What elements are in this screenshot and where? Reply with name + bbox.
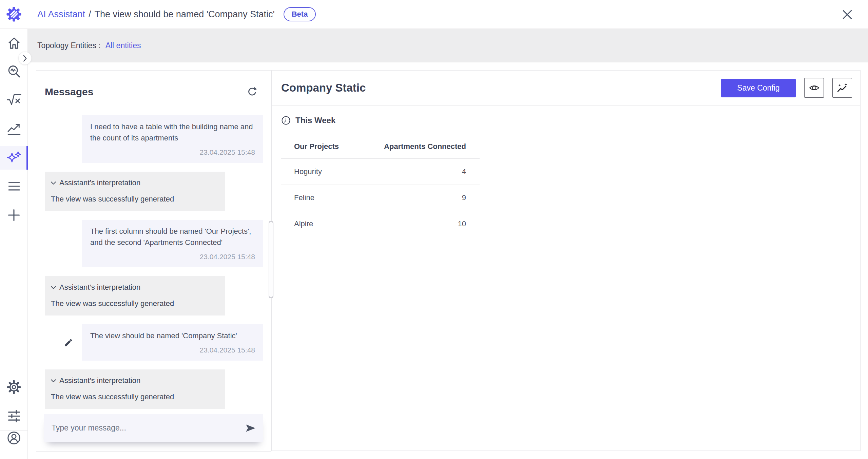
topology-bar: Topology Entities : All entities [28,29,868,62]
plus-icon [7,208,21,222]
view-title: Company Static [281,81,366,94]
search-metrics-icon [7,65,21,79]
project-name-cell: Feline [281,185,356,211]
ai-assistant-app: AI Assistant / The view should be named … [0,0,868,459]
preview-button[interactable] [804,78,824,98]
messages-panel-header: Messages [36,71,271,113]
apartments-count-cell: 4 [356,159,480,185]
clock-icon [281,116,291,125]
app-logo-icon [6,6,22,22]
sidebar-item-formulas[interactable] [0,90,28,109]
breadcrumb-separator: / [89,9,91,20]
ai-sparkles-icon [6,151,22,165]
topology-all-entities-link[interactable]: All entities [105,41,141,50]
table-row[interactable]: Feline 9 [281,185,480,211]
message-timestamp: 23.04.2025 15:48 [90,251,255,262]
message-timestamp: 23.04.2025 15:48 [90,344,255,356]
view-actions: Save Config [721,78,852,98]
sidebar-expand-button[interactable] [18,52,32,65]
chat-history: I need to have a table with the building… [36,113,271,413]
eye-icon [809,83,820,92]
user-message: The view should be named 'Company Static… [82,324,263,361]
table-row[interactable]: Alpire 10 [281,211,480,237]
apartments-count-cell: 9 [356,185,480,211]
apartments-count-cell: 10 [356,211,480,237]
time-section-label: This Week [281,116,860,125]
send-message-button[interactable] [238,414,263,442]
column-header-apartments: Apartments Connected [356,142,480,159]
sidebar-item-add[interactable] [0,206,28,225]
gear-icon [7,380,21,394]
user-message-text: The view should be named 'Company Static… [90,330,255,341]
assistant-interpretation-title: Assistant’s interpretation [59,376,140,385]
message-timestamp: 23.04.2025 15:48 [90,147,255,158]
projects-table: Our Projects Apartments Connected Hoguri… [281,142,480,237]
refresh-icon [247,87,257,97]
sidebar [0,29,28,459]
breadcrumb-current-title: The view should be named 'Company Static… [95,9,275,20]
menu-icon [7,180,21,192]
trend-chart-icon [7,122,21,136]
assistant-interpretation-body: The view was successfully generated [51,393,218,401]
message-input-container [44,414,263,442]
column-header-projects: Our Projects [281,142,356,159]
message-input[interactable] [44,423,238,433]
chevron-down-icon [51,286,56,289]
sqrt-formula-icon [6,93,22,107]
sidebar-item-preferences[interactable] [0,406,28,425]
sidebar-item-menu[interactable] [0,177,28,196]
topology-label: Topology Entities : [37,41,101,50]
view-panel: Company Static Save Config [271,70,861,451]
chat-scrollbar[interactable] [269,221,273,298]
sidebar-item-user[interactable] [0,428,28,447]
messages-panel: Messages I need to have a table with the… [36,70,271,452]
save-config-button[interactable]: Save Config [721,79,796,97]
assistant-interpretation: Assistant’s interpretation The view was … [45,276,225,315]
breadcrumb-ai-assistant-link[interactable]: AI Assistant [37,9,85,20]
generated-view-button[interactable] [832,78,852,98]
user-message-row: The view should be named 'Company Static… [45,324,263,361]
close-button[interactable] [842,9,853,20]
user-message: The first column should be named 'Our Pr… [82,220,263,267]
sidebar-item-ai-assistant[interactable] [0,148,28,167]
table-row[interactable]: Hogurity 4 [281,159,480,185]
assistant-interpretation-toggle[interactable]: Assistant’s interpretation [51,283,218,292]
user-icon [7,431,21,445]
refresh-messages-button[interactable] [247,87,257,97]
edit-message-button[interactable] [64,338,73,347]
chevron-down-icon [51,181,56,185]
metrics-sparkle-icon [837,83,848,93]
sidebar-item-metric-search[interactable] [0,62,28,81]
sidebar-item-home[interactable] [0,34,28,53]
messages-title: Messages [45,86,93,98]
sidebar-item-settings[interactable] [0,378,28,397]
breadcrumb: AI Assistant / The view should be named … [37,7,316,21]
top-header: AI Assistant / The view should be named … [0,0,868,29]
assistant-interpretation: Assistant’s interpretation The view was … [45,172,225,211]
assistant-interpretation-title: Assistant’s interpretation [59,283,140,292]
assistant-interpretation-toggle[interactable]: Assistant’s interpretation [51,376,218,385]
project-name-cell: Hogurity [281,159,356,185]
user-message-text: The first column should be named 'Our Pr… [90,226,255,248]
app-logo[interactable] [0,6,28,22]
sidebar-item-trends[interactable] [0,119,28,138]
assistant-interpretation-body: The view was successfully generated [51,299,218,308]
assistant-interpretation: Assistant’s interpretation The view was … [45,369,225,409]
home-icon [7,36,21,50]
send-icon [245,424,256,433]
user-message: I need to have a table with the building… [82,115,263,163]
user-message-text: I need to have a table with the building… [90,121,255,144]
chevron-right-expander-icon [23,55,27,62]
view-panel-body: This Week Our Projects Apartments Connec… [272,106,860,237]
close-icon [843,10,852,19]
assistant-interpretation-title: Assistant’s interpretation [59,178,140,187]
time-section-text: This Week [295,116,335,125]
chevron-down-icon [51,379,56,383]
beta-badge: Beta [284,7,316,21]
sliders-icon [7,409,21,423]
assistant-interpretation-body: The view was successfully generated [51,195,218,204]
pencil-icon [64,338,73,347]
table-header-row: Our Projects Apartments Connected [281,142,480,159]
project-name-cell: Alpire [281,211,356,237]
assistant-interpretation-toggle[interactable]: Assistant’s interpretation [51,178,218,187]
